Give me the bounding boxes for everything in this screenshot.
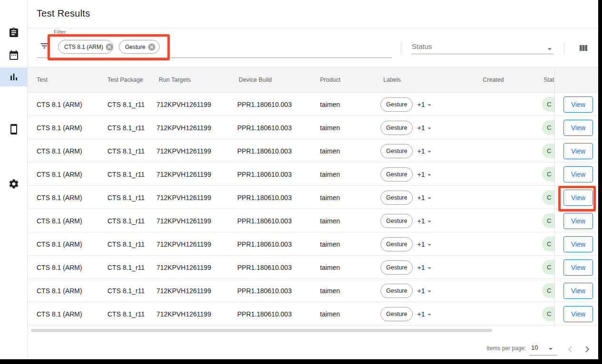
chevron-down-icon[interactable] bbox=[425, 310, 434, 319]
page-title: Test Results bbox=[37, 8, 90, 19]
page-size-underline bbox=[529, 355, 557, 355]
cell-run-targets: 712KPVH1261199 bbox=[156, 186, 211, 210]
view-columns-icon[interactable] bbox=[578, 43, 589, 54]
table-row: CTS 8.1 (ARM) CTS 8.1_r11 712KPVH1261199… bbox=[28, 232, 598, 256]
table-row: CTS 8.1 (ARM) CTS 8.1_r11 712KPVH1261199… bbox=[28, 209, 598, 232]
chevron-down-icon[interactable] bbox=[425, 240, 434, 249]
status-select[interactable]: Status bbox=[412, 42, 432, 50]
sidebar-item-test-plans[interactable] bbox=[0, 23, 27, 42]
cell-test-package: CTS 8.1_r11 bbox=[107, 302, 145, 326]
chevron-down-icon[interactable] bbox=[425, 194, 434, 202]
label-chip: Gesture bbox=[380, 191, 413, 205]
cell-device-build: PPR1.180610.003 bbox=[237, 209, 291, 233]
cell-test: CTS 8.1 (ARM) bbox=[37, 93, 82, 116]
cell-product: taimen bbox=[320, 116, 340, 140]
label-chip: Gesture bbox=[380, 121, 413, 135]
assignment-icon bbox=[8, 27, 19, 38]
view-button[interactable]: View bbox=[563, 283, 593, 299]
page-size-select[interactable]: 10 bbox=[531, 344, 538, 351]
label-chip-text: Gesture bbox=[386, 241, 407, 248]
status-chip: C bbox=[542, 260, 554, 275]
chevron-down-icon[interactable] bbox=[546, 344, 555, 354]
smartphone-icon bbox=[8, 124, 19, 135]
cell-labels: Gesture +1 bbox=[380, 256, 434, 279]
status-chip: C bbox=[542, 237, 554, 251]
cell-device-build: PPR1.180610.003 bbox=[237, 116, 291, 140]
next-page-icon[interactable] bbox=[581, 343, 593, 355]
view-button[interactable]: View bbox=[563, 259, 593, 276]
toolbar-divider bbox=[401, 41, 401, 55]
cell-product: taimen bbox=[320, 302, 340, 326]
sidebar-item-devices[interactable] bbox=[0, 120, 27, 139]
view-button[interactable]: View bbox=[563, 236, 593, 252]
cell-status: C bbox=[542, 302, 554, 326]
cell-actions: View bbox=[554, 93, 598, 116]
labels-more-count: +1 bbox=[417, 124, 425, 132]
cell-device-build: PPR1.180610.003 bbox=[237, 186, 291, 210]
status-field-underline bbox=[411, 54, 553, 54]
chevron-down-icon[interactable] bbox=[425, 101, 434, 109]
cell-status: C bbox=[542, 93, 554, 116]
cell-product: taimen bbox=[320, 163, 340, 186]
cell-device-build: PPR1.180610.003 bbox=[237, 302, 291, 326]
cell-test-package: CTS 8.1_r11 bbox=[107, 163, 145, 186]
cell-test-package: CTS 8.1_r11 bbox=[107, 93, 145, 116]
cell-status: C bbox=[542, 186, 554, 209]
cell-run-targets: 712KPVH1261199 bbox=[156, 116, 211, 140]
sidebar-item-schedule[interactable] bbox=[0, 46, 27, 65]
chevron-down-icon[interactable] bbox=[425, 171, 434, 179]
labels-more-count: +1 bbox=[417, 194, 425, 201]
column-header-status: Status bbox=[544, 67, 554, 92]
view-button[interactable]: View bbox=[563, 306, 593, 322]
table-row: CTS 8.1 (ARM) CTS 8.1_r11 712KPVH1261199… bbox=[28, 256, 598, 279]
settings-icon bbox=[8, 178, 19, 190]
cell-labels: Gesture +1 bbox=[380, 209, 434, 232]
column-header-product: Product bbox=[320, 67, 340, 92]
sticky-column-divider bbox=[554, 67, 555, 326]
cell-run-targets: 712KPVH1261199 bbox=[156, 256, 211, 279]
chevron-down-icon[interactable] bbox=[425, 147, 434, 156]
label-chip-text: Gesture bbox=[386, 148, 407, 154]
labels-more-count: +1 bbox=[417, 310, 425, 318]
view-button[interactable]: View bbox=[563, 143, 593, 159]
view-button[interactable]: View bbox=[563, 96, 593, 113]
cell-product: taimen bbox=[320, 93, 340, 116]
previous-page-icon[interactable] bbox=[564, 343, 576, 355]
table-row: CTS 8.1 (ARM) CTS 8.1_r11 712KPVH1261199… bbox=[28, 186, 598, 209]
label-chip: Gesture bbox=[380, 144, 413, 158]
cell-labels: Gesture +1 bbox=[380, 116, 434, 139]
sidebar-item-test-results[interactable] bbox=[0, 67, 27, 86]
column-header-device-build: Device Build bbox=[239, 67, 272, 92]
cell-actions: View bbox=[554, 139, 598, 163]
label-chip: Gesture bbox=[380, 237, 413, 251]
sidebar-item-settings[interactable] bbox=[0, 174, 27, 193]
cell-test-package: CTS 8.1_r11 bbox=[107, 209, 145, 233]
cell-status: C bbox=[542, 256, 554, 279]
column-header-labels: Labels bbox=[383, 67, 401, 92]
toolbar-divider bbox=[564, 41, 564, 55]
cell-actions: View bbox=[554, 232, 598, 256]
chevron-down-icon[interactable] bbox=[545, 44, 554, 54]
cell-test: CTS 8.1 (ARM) bbox=[37, 163, 82, 186]
chevron-down-icon[interactable] bbox=[425, 287, 434, 296]
label-chip-text: Gesture bbox=[386, 264, 407, 271]
horizontal-scrollbar[interactable] bbox=[31, 329, 492, 332]
cell-actions: View bbox=[554, 163, 598, 186]
table-row: CTS 8.1 (ARM) CTS 8.1_r11 712KPVH1261199… bbox=[28, 163, 598, 186]
column-header-test-package: Test Package bbox=[107, 67, 143, 92]
chevron-down-icon[interactable] bbox=[425, 217, 434, 226]
column-header-run-targets: Run Targets bbox=[159, 67, 191, 92]
chevron-down-icon[interactable] bbox=[425, 264, 434, 272]
cell-product: taimen bbox=[320, 232, 340, 256]
table-header: Test Test Package Run Targets Device Bui… bbox=[28, 67, 598, 93]
cell-labels: Gesture +1 bbox=[380, 186, 434, 209]
view-button[interactable]: View bbox=[563, 213, 593, 229]
status-chip: C bbox=[542, 144, 554, 158]
cell-test-package: CTS 8.1_r11 bbox=[107, 116, 145, 140]
view-button[interactable]: View bbox=[563, 120, 593, 136]
cell-status: C bbox=[542, 279, 554, 302]
view-button[interactable]: View bbox=[563, 166, 593, 182]
table-row: CTS 8.1 (ARM) CTS 8.1_r11 712KPVH1261199… bbox=[28, 302, 598, 326]
cell-test: CTS 8.1 (ARM) bbox=[37, 279, 82, 303]
chevron-down-icon[interactable] bbox=[425, 124, 434, 133]
